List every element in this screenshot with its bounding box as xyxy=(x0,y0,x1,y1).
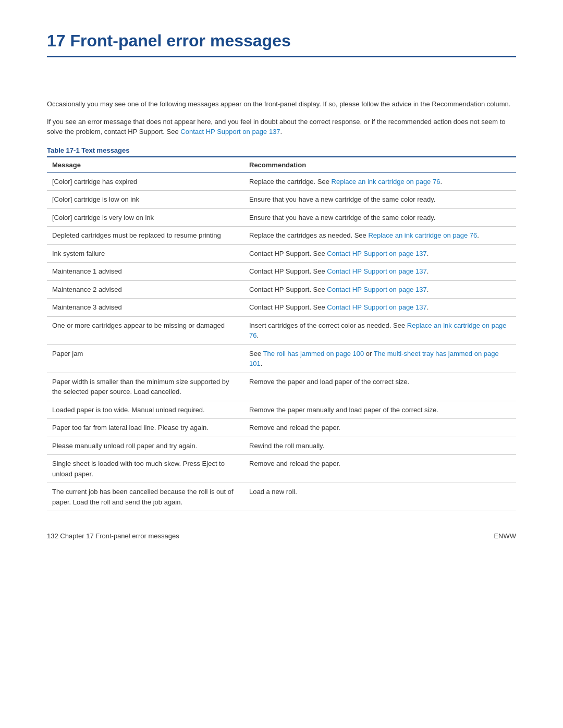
intro-support-link[interactable]: Contact HP Support on page 137 xyxy=(180,128,280,135)
recommendation-cell: Replace the cartridge. See Replace an in… xyxy=(244,172,516,191)
table-row: One or more cartridges appear to be miss… xyxy=(47,316,516,344)
table-row: Paper too far from lateral load line. Pl… xyxy=(47,419,516,437)
message-cell: Maintenance 2 advised xyxy=(47,280,244,299)
message-cell: Maintenance 3 advised xyxy=(47,299,244,317)
col-header-message: Message xyxy=(47,157,244,173)
message-cell: Paper width is smaller than the minimum … xyxy=(47,373,244,401)
message-cell: The current job has been cancelled becau… xyxy=(47,483,244,511)
recommendation-cell: Load a new roll. xyxy=(244,483,516,511)
recommendation-link[interactable]: The roll has jammed on page 100 xyxy=(263,350,364,357)
table-row: Maintenance 1 advisedContact HP Support.… xyxy=(47,263,516,281)
error-messages-table: Message Recommendation [Color] cartridge… xyxy=(47,156,516,512)
table-row: Please manually unload roll paper and tr… xyxy=(47,437,516,455)
recommendation-cell: Ensure that you have a new cartridge of … xyxy=(244,208,516,227)
table-row: The current job has been cancelled becau… xyxy=(47,483,516,511)
table-caption: Table 17-1 Text messages xyxy=(47,146,516,154)
recommendation-link[interactable]: Contact HP Support on page 137 xyxy=(327,267,426,275)
table-header-row: Message Recommendation xyxy=(47,157,516,173)
recommendation-link[interactable]: Contact HP Support on page 137 xyxy=(327,250,426,257)
recommendation-cell: Contact HP Support. See Contact HP Suppo… xyxy=(244,280,516,299)
table-row: Depleted cartridges must be replaced to … xyxy=(47,227,516,245)
table-row: [Color] cartridge has expiredReplace the… xyxy=(47,172,516,191)
recommendation-cell: Contact HP Support. See Contact HP Suppo… xyxy=(244,263,516,281)
recommendation-cell: Remove the paper and load paper of the c… xyxy=(244,373,516,401)
message-cell: Depleted cartridges must be replaced to … xyxy=(47,227,244,245)
page-footer: 132 Chapter 17 Front-panel error message… xyxy=(47,532,516,540)
table-row: Maintenance 2 advisedContact HP Support.… xyxy=(47,280,516,299)
recommendation-link[interactable]: Replace an ink cartridge on page 76 xyxy=(368,231,477,239)
recommendation-cell: Insert cartridges of the correct color a… xyxy=(244,316,516,344)
recommendation-cell: Contact HP Support. See Contact HP Suppo… xyxy=(244,244,516,263)
message-cell: One or more cartridges appear to be miss… xyxy=(47,316,244,344)
chapter-title: 17 Front-panel error messages xyxy=(47,31,516,57)
message-cell: Please manually unload roll paper and tr… xyxy=(47,437,244,455)
recommendation-link[interactable]: Contact HP Support on page 137 xyxy=(327,303,426,311)
intro-paragraph-1: Occasionally you may see one of the foll… xyxy=(47,99,516,109)
message-cell: Paper jam xyxy=(47,344,244,373)
table-row: Paper jamSee The roll has jammed on page… xyxy=(47,344,516,373)
recommendation-link[interactable]: Contact HP Support on page 137 xyxy=(327,286,426,293)
col-header-recommendation: Recommendation xyxy=(244,157,516,173)
recommendation-cell: Remove and reload the paper. xyxy=(244,455,516,483)
table-row: Loaded paper is too wide. Manual unload … xyxy=(47,401,516,419)
message-cell: Single sheet is loaded with too much ske… xyxy=(47,455,244,483)
table-row: Maintenance 3 advisedContact HP Support.… xyxy=(47,299,516,317)
recommendation-cell: Replace the cartridges as needed. See Re… xyxy=(244,227,516,245)
message-cell: [Color] cartridge is low on ink xyxy=(47,191,244,209)
recommendation-cell: Ensure that you have a new cartridge of … xyxy=(244,191,516,209)
message-cell: Ink system failure xyxy=(47,244,244,263)
message-cell: [Color] cartridge has expired xyxy=(47,172,244,191)
table-row: Single sheet is loaded with too much ske… xyxy=(47,455,516,483)
message-cell: [Color] cartridge is very low on ink xyxy=(47,208,244,227)
recommendation-link[interactable]: Replace an ink cartridge on page 76 xyxy=(332,178,440,186)
footer-right: ENWW xyxy=(494,532,516,540)
table-row: [Color] cartridge is very low on inkEnsu… xyxy=(47,208,516,227)
footer-left: 132 Chapter 17 Front-panel error message… xyxy=(47,532,179,540)
recommendation-cell: See The roll has jammed on page 100 or T… xyxy=(244,344,516,373)
recommendation-cell: Rewind the roll manually. xyxy=(244,437,516,455)
intro-paragraph-2: If you see an error message that does no… xyxy=(47,117,516,137)
message-cell: Loaded paper is too wide. Manual unload … xyxy=(47,401,244,419)
message-cell: Paper too far from lateral load line. Pl… xyxy=(47,419,244,437)
recommendation-cell: Remove and reload the paper. xyxy=(244,419,516,437)
message-cell: Maintenance 1 advised xyxy=(47,263,244,281)
recommendation-cell: Contact HP Support. See Contact HP Suppo… xyxy=(244,299,516,317)
table-row: Ink system failureContact HP Support. Se… xyxy=(47,244,516,263)
table-row: Paper width is smaller than the minimum … xyxy=(47,373,516,401)
recommendation-cell: Remove the paper manually and load paper… xyxy=(244,401,516,419)
table-row: [Color] cartridge is low on inkEnsure th… xyxy=(47,191,516,209)
